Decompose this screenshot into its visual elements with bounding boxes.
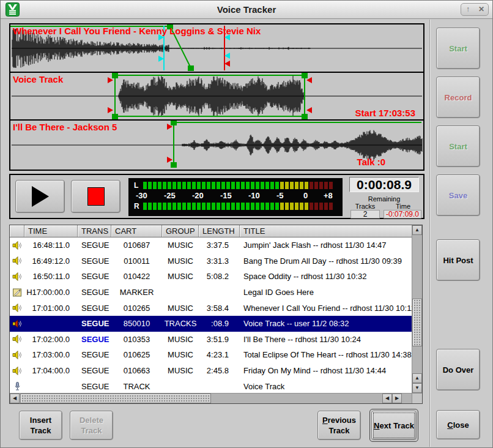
cell-title: Friday On My Mind -- rdhost 11/30 14:44 bbox=[240, 366, 412, 375]
meter-right-label: R bbox=[134, 202, 139, 211]
cell-group: MUSIC bbox=[162, 350, 199, 359]
vertical-scroll-thumb[interactable] bbox=[412, 299, 422, 346]
window-close-icon[interactable]: ✕ bbox=[475, 4, 488, 15]
save-button: Save bbox=[436, 174, 480, 216]
cell-cart: 010687 bbox=[111, 241, 162, 250]
cell-cart: 010011 bbox=[111, 256, 162, 266]
meter-scale-tick: 0 bbox=[303, 191, 308, 200]
log-header: TIME TRANS CART GROUP LENGTH TITLE bbox=[10, 225, 412, 237]
track-panel-overlapping-song[interactable]: Whenever I Call You Friend - Kenny Loggi… bbox=[9, 23, 424, 73]
scroll-down-icon[interactable]: ▼ bbox=[412, 383, 422, 393]
cell-len: 4:23.1 bbox=[199, 350, 240, 359]
speaker-red-icon bbox=[10, 319, 24, 329]
do-over-button[interactable]: Do Over bbox=[436, 349, 480, 390]
voice-tracker-window: Voice Tracker ↑ ✕ Whenever I Call You Fr… bbox=[0, 0, 493, 448]
scroll-up2-icon[interactable]: ▲ bbox=[412, 373, 422, 383]
log-row[interactable]: H17:00:00.0SEGUEMARKERLegal ID Goes Here bbox=[10, 285, 412, 301]
stop-button[interactable] bbox=[71, 180, 120, 213]
play-button[interactable] bbox=[15, 180, 65, 213]
next-track-button[interactable]: Next Track bbox=[371, 411, 417, 440]
cell-len: 2:45.8 bbox=[199, 366, 240, 375]
mic-icon bbox=[10, 381, 24, 391]
cell-group: MUSIC bbox=[162, 241, 199, 250]
scroll-up-icon[interactable]: ▲ bbox=[412, 225, 422, 235]
hit-post-button[interactable]: Hit Post bbox=[436, 239, 480, 281]
speaker-icon bbox=[10, 366, 24, 376]
remaining-tracks-value: 2 bbox=[350, 210, 380, 218]
cell-cart: 010265 bbox=[111, 304, 162, 313]
speaker-icon bbox=[10, 303, 24, 313]
speaker-icon bbox=[10, 350, 24, 360]
meter-scale: -30-25-20-15-10-50+8 bbox=[129, 191, 342, 200]
log-row[interactable]: 16:48:11.0SEGUE010687MUSIC3:37.5Jumpin' … bbox=[10, 237, 412, 253]
speaker-icon bbox=[10, 272, 24, 282]
log-row[interactable]: SEGUETRACKVoice Track bbox=[10, 378, 412, 393]
close-button[interactable]: Close bbox=[436, 410, 480, 439]
transport-panel: L -30-25-20-15-10-50+8 R 0:00:08.9 Remai… bbox=[9, 174, 424, 219]
log-row[interactable]: 16:50:11.0SEGUE010422MUSIC5:08.2Space Od… bbox=[10, 269, 412, 285]
cell-time: 16:49:12.0 bbox=[24, 256, 78, 266]
remaining-time-value: -0:07:09.0 bbox=[384, 210, 421, 218]
cell-trans: SEGUE bbox=[78, 241, 111, 250]
col-icon[interactable] bbox=[10, 225, 24, 237]
insert-track-button[interactable]: Insert Track bbox=[19, 411, 62, 440]
horizontal-scroll-thumb[interactable] bbox=[20, 394, 211, 403]
col-cart[interactable]: CART bbox=[111, 225, 162, 237]
cell-title: Jumpin' Jack Flash -- rdhost 11/30 14:47 bbox=[240, 241, 412, 250]
meter-scale-tick: -20 bbox=[192, 191, 204, 200]
maximize-icon[interactable]: ↑ bbox=[461, 4, 475, 15]
cell-trans: SEGUE bbox=[78, 272, 111, 281]
vertical-scrollbar[interactable]: ▲ ▲ ▼ bbox=[412, 225, 422, 393]
track-panel-voice-track[interactable]: Voice Track Start 17:03:53 bbox=[9, 73, 424, 121]
col-group[interactable]: GROUP bbox=[162, 225, 199, 237]
previous-track-button[interactable]: Previous Track bbox=[317, 411, 361, 440]
cell-group: MUSIC bbox=[162, 366, 199, 375]
log-body: 16:48:11.0SEGUE010687MUSIC3:37.5Jumpin' … bbox=[10, 237, 412, 393]
cell-title: Whenever I Call You Friend -- rdhost 11/… bbox=[240, 304, 412, 313]
titlebar[interactable]: Voice Tracker ↑ ✕ bbox=[1, 1, 492, 19]
play-icon bbox=[32, 186, 49, 207]
cell-cart: TRACK bbox=[111, 382, 162, 391]
cell-cart: 850010 bbox=[111, 319, 162, 328]
cell-len: :08.9 bbox=[199, 319, 240, 328]
cell-time: 17:04:00.0 bbox=[24, 366, 78, 375]
level-meter: L -30-25-20-15-10-50+8 R bbox=[128, 178, 343, 216]
cell-cart: 010663 bbox=[111, 366, 162, 375]
track2-title: Voice Track bbox=[13, 74, 63, 84]
meter-right-segments bbox=[143, 203, 334, 210]
cell-len: 5:08.2 bbox=[199, 272, 240, 281]
track1-title: Whenever I Call You Friend - Kenny Loggi… bbox=[13, 26, 261, 36]
stop-icon bbox=[87, 187, 105, 206]
start-button-track3: Start bbox=[436, 125, 480, 167]
col-title[interactable]: TITLE bbox=[240, 225, 412, 237]
cell-group: MUSIC bbox=[162, 335, 199, 344]
track-panel-next-song[interactable]: I'll Be There - Jackson 5 Talk :0 bbox=[9, 121, 424, 171]
log-row[interactable]: 17:04:00.0SEGUE010663MUSIC2:45.8Friday O… bbox=[10, 363, 412, 379]
track3-title: I'll Be There - Jackson 5 bbox=[13, 122, 117, 132]
cell-time: 16:50:11.0 bbox=[24, 272, 78, 281]
cell-len: 3:58.4 bbox=[199, 304, 240, 313]
cell-trans: SEGUE bbox=[78, 335, 111, 344]
log-row[interactable]: 17:01:00.0SEGUE010265MUSIC3:58.4Whenever… bbox=[10, 300, 412, 316]
log-row-selected[interactable]: SEGUE850010TRACKS:08.9Voice Track -- use… bbox=[10, 316, 412, 332]
col-length[interactable]: LENGTH bbox=[199, 225, 240, 237]
remaining-label: Remaining bbox=[349, 195, 419, 203]
cell-title: Legal ID Goes Here bbox=[240, 288, 412, 297]
col-time[interactable]: TIME bbox=[24, 225, 78, 237]
log-row[interactable]: 17:02:00.0SEGUE010353MUSIC3:51.9I'll Be … bbox=[10, 332, 412, 348]
log-row[interactable]: 17:03:00.0SEGUE010625MUSIC4:23.1Total Ec… bbox=[10, 347, 412, 363]
cell-trans: SEGUE bbox=[78, 350, 111, 359]
cell-title: Total Eclipse Of The Heart -- rdhost 11/… bbox=[240, 350, 412, 359]
col-trans[interactable]: TRANS bbox=[78, 225, 111, 237]
scroll-right-icon[interactable]: ▶ bbox=[392, 394, 402, 403]
remaining-time-label: Time bbox=[386, 203, 420, 210]
track3-talk-time: Talk :0 bbox=[357, 157, 385, 167]
cell-cart: 010625 bbox=[111, 350, 162, 359]
log-row[interactable]: 16:49:12.0SEGUE010011MUSIC3:31.3Bang The… bbox=[10, 253, 412, 269]
horizontal-scrollbar[interactable]: ◀ ◀ ▶ bbox=[10, 393, 412, 403]
meter-scale-tick: -30 bbox=[136, 191, 147, 200]
scroll-left-icon[interactable]: ◀ bbox=[10, 394, 20, 403]
meter-scale-tick: +8 bbox=[324, 191, 333, 200]
cell-cart: 010422 bbox=[111, 272, 162, 281]
scroll-left2-icon[interactable]: ◀ bbox=[382, 394, 392, 403]
